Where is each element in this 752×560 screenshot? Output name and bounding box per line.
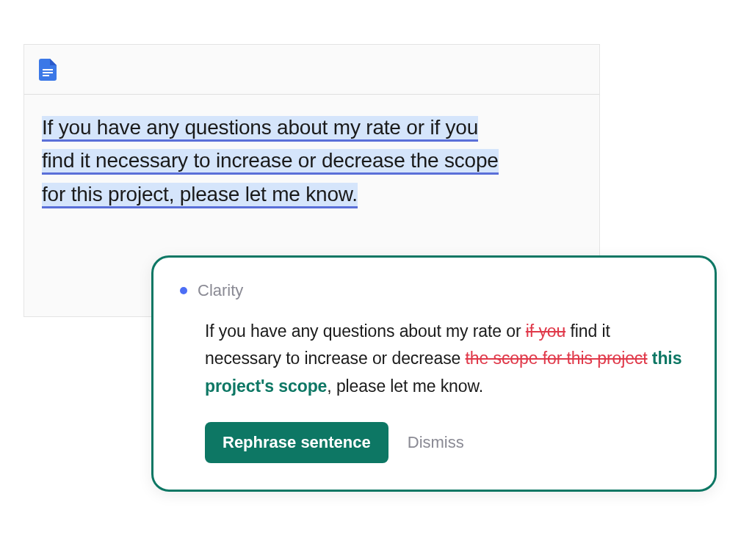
highlighted-sentence[interactable]: If you have any questions about my rate … [42,111,582,211]
highlighted-line-1: If you have any questions about my rate … [42,116,478,142]
rephrase-button[interactable]: Rephrase sentence [205,422,388,463]
strikethrough-text: the scope for this project [466,349,648,368]
suggestion-actions: Rephrase sentence Dismiss [180,422,688,463]
svg-rect-1 [43,72,53,73]
suggestion-text: If you have any questions about my rate … [180,318,688,400]
highlighted-line-3: for this project, please let me know. [42,183,358,208]
text-segment: , please let me know. [327,377,483,396]
google-docs-icon [39,59,57,81]
category-dot-icon [180,287,187,294]
suggestion-header: Clarity [180,281,688,300]
svg-rect-2 [43,75,49,76]
category-label: Clarity [198,281,243,300]
editor-body[interactable]: If you have any questions about my rate … [24,95,599,227]
editor-header [24,45,599,95]
suggestion-card: Clarity If you have any questions about … [151,255,717,492]
dismiss-button[interactable]: Dismiss [408,433,464,452]
highlighted-line-2: find it necessary to increase or decreas… [42,149,499,175]
text-segment: If you have any questions about my rate … [205,321,526,341]
strikethrough-text: if you [526,321,565,341]
svg-rect-0 [43,69,53,70]
